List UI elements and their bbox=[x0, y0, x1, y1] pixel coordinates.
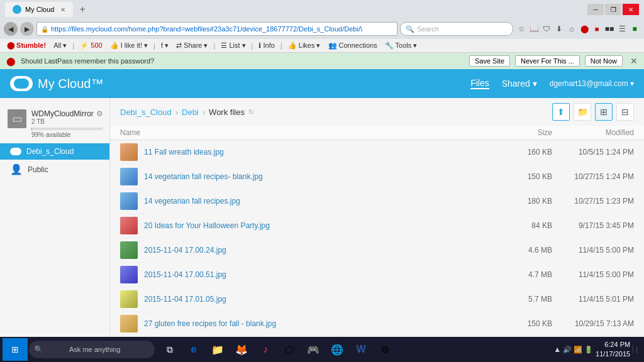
minimize-button[interactable]: ─ bbox=[587, 4, 604, 15]
banner-close-icon[interactable]: ✕ bbox=[630, 56, 638, 66]
forward-button[interactable]: ▶ bbox=[20, 22, 34, 36]
sidebar: ▭ WDMyCloudMirror ⚙ 2 TB 99% available D… bbox=[0, 98, 110, 362]
bookmark-all[interactable]: All ▾ bbox=[50, 41, 70, 50]
new-folder-button[interactable]: 📁 bbox=[574, 103, 591, 121]
download-icon[interactable]: ⬇ bbox=[553, 23, 565, 35]
tray-icon-3[interactable]: 🔋 bbox=[584, 346, 593, 354]
bookmark-tools[interactable]: 🔧 Tools ▾ bbox=[382, 41, 421, 50]
browser-tab[interactable]: My Cloud ✕ bbox=[5, 2, 73, 17]
file-list: 11 Fall wreath ideas.jpg 160 KB 10/5/15 … bbox=[110, 140, 644, 349]
cortana-icon: 🔍 bbox=[34, 345, 43, 354]
file-size: 84 KB bbox=[502, 221, 552, 230]
breadcrumb-work-files: Work files bbox=[209, 107, 245, 117]
bookmark-fb[interactable]: f ▾ bbox=[158, 41, 172, 50]
file-row[interactable]: 14 vegetarian fall recipes.jpg 180 KB 10… bbox=[110, 189, 644, 214]
windows-icon: ⊞ bbox=[11, 344, 19, 354]
file-thumbnail bbox=[120, 290, 138, 308]
file-name: 2015-11-04 17.00.51.jpg bbox=[144, 270, 502, 279]
new-tab-button[interactable]: + bbox=[75, 3, 89, 16]
people-icon: 👤 bbox=[10, 163, 23, 175]
bookmark-info[interactable]: ℹ Info bbox=[255, 41, 277, 50]
file-thumbnail bbox=[120, 315, 138, 332]
home-icon[interactable]: ⌂ bbox=[566, 23, 577, 35]
nav-shared[interactable]: Shared ▾ bbox=[502, 79, 537, 89]
storage-device: ▭ WDMyCloudMirror ⚙ 2 TB 99% available bbox=[0, 104, 109, 143]
nav-files[interactable]: Files bbox=[470, 78, 489, 89]
upload-button[interactable]: ⬆ bbox=[552, 103, 570, 121]
ext-icon-green[interactable]: ■ bbox=[629, 23, 640, 35]
taskbar-app-ps[interactable]: 🎮 bbox=[302, 338, 325, 361]
file-row[interactable]: 14 vegetarian fall recipes- blank.jpg 15… bbox=[110, 165, 644, 189]
taskbar-app-taskview[interactable]: ⧉ bbox=[158, 338, 181, 361]
not-now-button[interactable]: Not Now bbox=[585, 55, 623, 67]
taskbar-app-explorer[interactable]: 📁 bbox=[206, 338, 229, 361]
save-site-button[interactable]: Save Site bbox=[469, 55, 510, 67]
bookmark-likes[interactable]: 👍 Likes ▾ bbox=[285, 41, 324, 50]
address-bar[interactable]: 🔒 https://files.mycloud.com/home.php?bra… bbox=[36, 22, 397, 36]
file-row[interactable]: 2015-11-04 17.00.51.jpg 4.7 MB 11/4/15 5… bbox=[110, 263, 644, 287]
bookmark-list[interactable]: ☰ List ▾ bbox=[218, 41, 248, 50]
gear-icon[interactable]: ⚙ bbox=[96, 109, 103, 118]
bookmark-icon[interactable]: 📖 bbox=[528, 23, 540, 35]
taskbar-clock[interactable]: 6:24 PM 11/17/2015 bbox=[596, 340, 630, 359]
taskbar-app-firefox[interactable]: 🦊 bbox=[230, 338, 253, 361]
taskbar-app-itunes[interactable]: ♪ bbox=[254, 338, 277, 361]
never-for-this-button[interactable]: Never For This ... bbox=[515, 55, 580, 67]
storage-progress-bar bbox=[31, 128, 103, 130]
tab-close-button[interactable]: ✕ bbox=[60, 6, 65, 13]
refresh-icon[interactable]: ↻ bbox=[248, 108, 254, 116]
taskbar-app-multi[interactable]: ⬡ bbox=[278, 338, 301, 361]
show-desktop-button[interactable]: | bbox=[633, 346, 638, 353]
sidebar-item-public[interactable]: 👤 Public bbox=[0, 160, 109, 179]
file-row[interactable]: 2015-11-04 17.00.24.jpg 4.6 MB 11/4/15 5… bbox=[110, 238, 644, 263]
bookmark-share[interactable]: ⇄ Share ▾ bbox=[173, 41, 211, 50]
grid-view-button[interactable]: ⊟ bbox=[616, 103, 634, 121]
taskbar-app-edge[interactable]: e bbox=[182, 338, 205, 361]
file-name: 27 gluten free recipes for fall - blank.… bbox=[144, 319, 502, 328]
taskbar-app-word[interactable]: W bbox=[350, 338, 372, 361]
file-modified: 10/27/15 1:23 PM bbox=[552, 197, 634, 206]
shield-icon[interactable]: 🛡 bbox=[541, 23, 552, 35]
breadcrumb-sep-2: › bbox=[203, 107, 205, 117]
taskbar-app-extra[interactable]: ⚙ bbox=[374, 338, 396, 361]
sidebar-item-debi-cloud[interactable]: Debi_s_Cloud bbox=[0, 143, 109, 160]
device-icon: ▭ bbox=[8, 109, 26, 128]
bookmark-stumble[interactable]: ⬤ Stumble! bbox=[4, 41, 49, 50]
file-size: 160 KB bbox=[502, 148, 552, 156]
restore-button[interactable]: ❐ bbox=[605, 4, 621, 15]
taskbar-app-chrome[interactable]: 🌐 bbox=[326, 338, 348, 361]
file-thumbnail bbox=[120, 192, 138, 210]
file-name: 14 vegetarian fall recipes- blank.jpg bbox=[144, 172, 502, 181]
ext-icon-red[interactable]: ■ bbox=[591, 23, 602, 35]
tray-icon-2[interactable]: 📶 bbox=[574, 346, 582, 354]
back-button[interactable]: ◀ bbox=[4, 22, 18, 36]
bookmark-ilike[interactable]: 👍 I like it! ▾ bbox=[107, 41, 151, 50]
file-size: 150 KB bbox=[502, 319, 552, 328]
file-name: 2015-11-04 17.00.24.jpg bbox=[144, 246, 502, 255]
lastpass-icon[interactable]: ⬤ bbox=[579, 23, 590, 35]
user-menu[interactable]: dgerhart13@gmail.com ▾ bbox=[550, 79, 634, 88]
close-button[interactable]: ✕ bbox=[623, 4, 639, 15]
start-button[interactable]: ⊞ bbox=[3, 338, 28, 361]
password-banner: ⬤ Should LastPass remember this password… bbox=[0, 53, 644, 69]
file-thumbnail bbox=[120, 241, 138, 259]
star-icon[interactable]: ☆ bbox=[516, 23, 527, 35]
app-header: My Cloud™ Files Shared ▾ dgerhart13@gmai… bbox=[0, 69, 644, 98]
file-row[interactable]: 2015-11-04 17.01.05.jpg 5.7 MB 11/4/15 5… bbox=[110, 287, 644, 312]
breadcrumb-debi[interactable]: Debi bbox=[182, 107, 199, 117]
list-view-button[interactable]: ⊞ bbox=[595, 103, 613, 121]
file-size: 4.7 MB bbox=[502, 270, 552, 279]
tray-icon-1[interactable]: 🔊 bbox=[563, 346, 572, 354]
bookmark-500[interactable]: ⚡ 500 bbox=[77, 41, 105, 50]
menu-icon[interactable]: ☰ bbox=[616, 23, 628, 35]
browser-search-bar[interactable]: 🔍 Search bbox=[400, 22, 513, 36]
tray-up-icon[interactable]: ▲ bbox=[553, 345, 561, 354]
file-row[interactable]: 27 gluten free recipes for fall - blank.… bbox=[110, 312, 644, 336]
bookmark-connections[interactable]: 👥 Connections bbox=[325, 41, 380, 50]
ext-icon-dark[interactable]: ■■ bbox=[604, 23, 615, 35]
file-row[interactable]: 11 Fall wreath ideas.jpg 160 KB 10/5/15 … bbox=[110, 140, 644, 165]
taskbar-search[interactable]: 🔍 Ask me anything bbox=[29, 341, 155, 358]
breadcrumb-debi-cloud[interactable]: Debi_s_Cloud bbox=[120, 107, 172, 117]
file-row[interactable]: 20 Ideas for Your Halloween Party.jpg 84… bbox=[110, 214, 644, 238]
file-area: Debi_s_Cloud › Debi › Work files ↻ ⬆ 📁 ⊞… bbox=[110, 98, 644, 362]
